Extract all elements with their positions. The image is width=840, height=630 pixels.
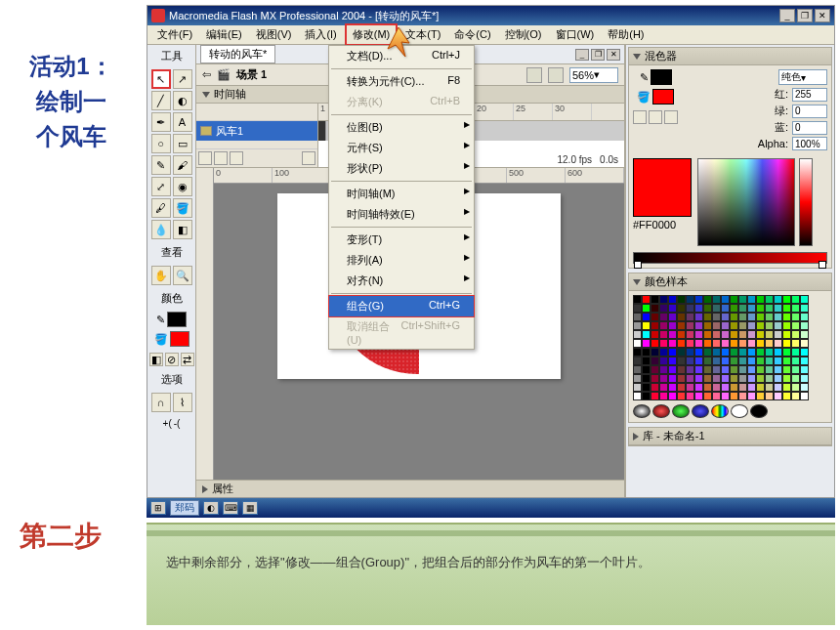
- scene-icon: 🎬: [217, 68, 231, 81]
- collapse-icon[interactable]: [633, 54, 641, 60]
- add-folder-button[interactable]: [230, 151, 243, 165]
- nocolor-button[interactable]: ⊘: [165, 353, 179, 366]
- add-layer-button[interactable]: [198, 151, 212, 165]
- red-input[interactable]: [792, 88, 827, 102]
- menu-file[interactable]: 文件(F): [151, 25, 198, 44]
- gradient-strip[interactable]: [633, 252, 827, 264]
- delete-layer-button[interactable]: [302, 151, 315, 165]
- ime-option-3[interactable]: ▦: [242, 501, 258, 515]
- paint-bucket-tool[interactable]: 🪣: [173, 198, 192, 218]
- lasso-tool[interactable]: ◐: [173, 91, 192, 110]
- gradient-stop[interactable]: [634, 261, 642, 269]
- smooth-option[interactable]: ⌇: [173, 393, 192, 412]
- sv-plane[interactable]: [697, 158, 795, 246]
- ime-option-1[interactable]: ◐: [203, 501, 219, 515]
- menu-insert[interactable]: 插入(I): [299, 25, 342, 44]
- swap-button[interactable]: ⇄: [181, 353, 194, 366]
- swap-button[interactable]: [664, 110, 678, 124]
- bw-button[interactable]: [633, 110, 647, 124]
- ink-bottle-tool[interactable]: 🖋: [151, 198, 171, 218]
- blue-input[interactable]: [792, 121, 827, 135]
- instruction-text: 选中剩余部分，选择"修改——组合(Group)"，把组合后的部分作为风车的第一个…: [147, 523, 835, 625]
- app-icon: [151, 9, 165, 22]
- text-tool[interactable]: A: [173, 112, 192, 132]
- edit-symbol-button[interactable]: [548, 67, 564, 83]
- nocolor-button[interactable]: [649, 110, 662, 124]
- ime-option-2[interactable]: ⌨: [223, 501, 238, 515]
- stroke-color-swatch[interactable]: [651, 69, 672, 85]
- menu-bitmap[interactable]: 位图(B): [329, 117, 474, 138]
- brush-tool[interactable]: 🖌: [173, 155, 192, 175]
- free-transform-tool[interactable]: ⤢: [151, 177, 171, 196]
- doc-minimize[interactable]: _: [575, 49, 589, 61]
- gradient-stop[interactable]: [819, 261, 826, 269]
- menu-timeline[interactable]: 时间轴(M): [329, 184, 474, 204]
- tools-header: 工具: [161, 47, 183, 65]
- menu-view[interactable]: 视图(V): [250, 25, 298, 44]
- green-input[interactable]: [792, 105, 827, 118]
- back-icon[interactable]: ⇦: [202, 68, 211, 81]
- expand-icon[interactable]: [633, 433, 639, 441]
- menu-window[interactable]: 窗口(W): [550, 25, 601, 44]
- hand-tool[interactable]: ✋: [151, 266, 171, 285]
- color-picker[interactable]: [697, 158, 813, 246]
- option-straighten[interactable]: +(: [163, 418, 172, 429]
- snap-option[interactable]: ∩: [151, 393, 171, 412]
- hue-slider[interactable]: [799, 158, 813, 246]
- menu-shape[interactable]: 形状(P): [329, 158, 474, 179]
- start-button[interactable]: ⊞: [150, 501, 166, 515]
- oval-tool[interactable]: ○: [151, 134, 171, 153]
- layer-row[interactable]: 风车1: [196, 121, 317, 141]
- pencil-tool[interactable]: ✎: [151, 155, 171, 175]
- pen-tool[interactable]: ✒: [151, 112, 171, 132]
- eyedropper-tool[interactable]: 💧: [151, 220, 171, 239]
- stroke-swatch[interactable]: [167, 312, 187, 327]
- doc-restore[interactable]: ❐: [591, 49, 605, 61]
- menu-help[interactable]: 帮助(H): [602, 25, 650, 44]
- cursor-arrow-overlay: [382, 25, 415, 59]
- menu-timeline-fx[interactable]: 时间轴特效(E): [329, 204, 474, 225]
- menu-symbol[interactable]: 元件(S): [329, 138, 474, 158]
- fill-color-swatch[interactable]: [652, 89, 674, 105]
- fps-label: 12.0 fps: [558, 154, 593, 165]
- fill-transform-tool[interactable]: ◉: [173, 177, 192, 196]
- swatch-grid[interactable]: [629, 291, 831, 422]
- menu-arrange[interactable]: 排列(A): [329, 250, 474, 271]
- collapse-icon[interactable]: [633, 279, 641, 285]
- menu-control[interactable]: 控制(O): [499, 25, 548, 44]
- menu-transform[interactable]: 变形(T): [329, 230, 474, 250]
- doc-close[interactable]: ✕: [607, 49, 620, 61]
- properties-header[interactable]: 属性: [196, 480, 624, 497]
- line-tool[interactable]: ╱: [151, 91, 171, 110]
- fill-type-select[interactable]: 纯色 ▾: [778, 69, 827, 85]
- keyframe[interactable]: [318, 121, 326, 141]
- eraser-tool[interactable]: ◧: [173, 220, 192, 239]
- zoom-tool[interactable]: 🔍: [173, 266, 192, 285]
- titlebar: Macromedia Flash MX Professional 2004 - …: [147, 6, 834, 25]
- mixer-title: 混色器: [645, 49, 677, 63]
- menu-group[interactable]: 组合(G)Ctrl+G: [328, 295, 475, 317]
- bw-button[interactable]: ◧: [149, 353, 163, 366]
- fill-swatch[interactable]: [170, 331, 189, 347]
- subselection-tool[interactable]: ↗: [173, 69, 192, 89]
- collapse-icon: [202, 92, 210, 98]
- menu-edit[interactable]: 编辑(E): [200, 25, 248, 44]
- zoom-select[interactable]: 56% ▾: [569, 67, 618, 83]
- add-guide-button[interactable]: [214, 151, 228, 165]
- menu-commands[interactable]: 命令(C): [448, 25, 496, 44]
- selection-tool[interactable]: ↖: [151, 69, 171, 89]
- ime-indicator[interactable]: 郑码: [170, 500, 199, 516]
- option-smooth[interactable]: -(: [174, 418, 181, 429]
- hex-value: #FF0000: [633, 219, 692, 231]
- document-tab[interactable]: 转动的风车*: [200, 45, 275, 63]
- close-button[interactable]: ✕: [815, 9, 830, 22]
- bucket-icon: 🪣: [154, 333, 168, 346]
- edit-scene-button[interactable]: [526, 67, 542, 83]
- minimize-button[interactable]: _: [779, 9, 795, 22]
- menu-convert-symbol[interactable]: 转换为元件(C)...F8: [329, 71, 474, 92]
- maximize-button[interactable]: ❐: [797, 9, 813, 22]
- menu-align[interactable]: 对齐(N): [329, 271, 474, 291]
- alpha-input[interactable]: [792, 137, 827, 150]
- rectangle-tool[interactable]: ▭: [173, 134, 192, 153]
- color-preview: [633, 158, 692, 217]
